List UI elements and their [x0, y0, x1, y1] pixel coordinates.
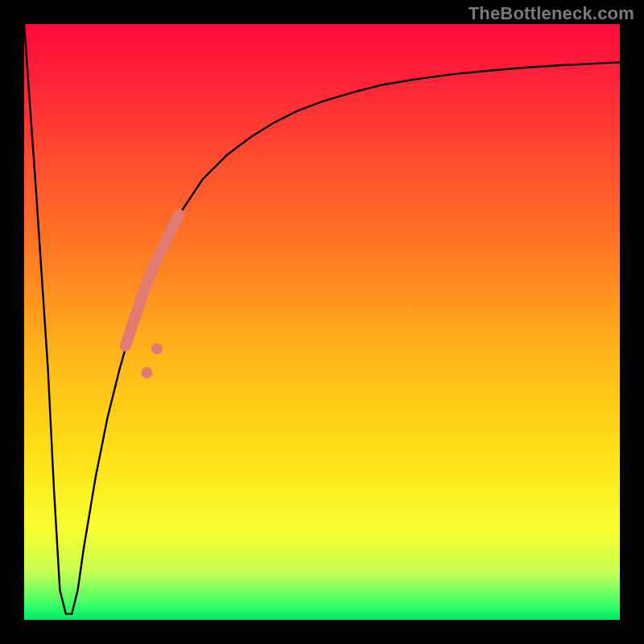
bottleneck-curve — [24, 24, 620, 614]
curve-svg — [24, 24, 620, 620]
watermark-text: TheBottleneck.com — [469, 3, 634, 24]
highlight-dots — [141, 343, 163, 378]
plot-area — [24, 24, 620, 620]
highlight-dot — [151, 343, 163, 354]
highlight-segment — [126, 215, 180, 346]
highlight-dot — [141, 367, 152, 378]
chart-frame: TheBottleneck.com — [0, 0, 644, 644]
